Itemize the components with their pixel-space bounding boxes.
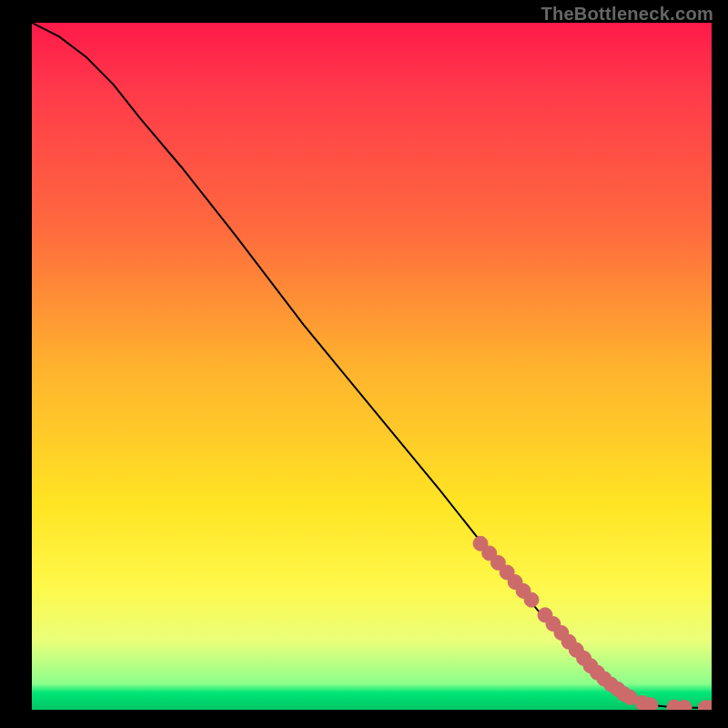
chart-line [32,23,712,708]
chart-plot-area [32,23,712,710]
watermark-text: TheBottleneck.com [541,4,713,25]
chart-point [643,698,658,710]
chart-point [524,592,539,607]
chart-svg [32,23,712,710]
